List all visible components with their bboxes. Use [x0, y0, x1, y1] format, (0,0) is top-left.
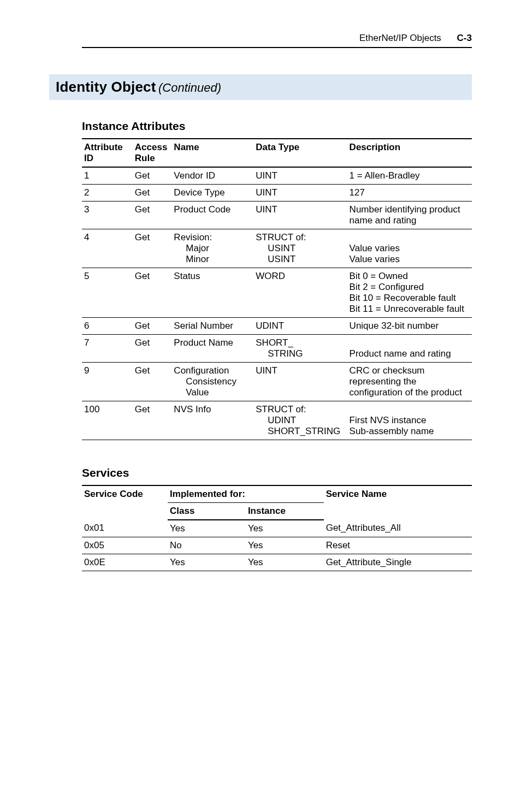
cell-access-rule: Get — [133, 167, 172, 185]
col-data-type: Data Type — [253, 139, 347, 167]
cell-attribute-id: 6 — [82, 318, 133, 335]
cell-description: Number identifying product name and rati… — [347, 201, 472, 229]
cell-attribute-id: 9 — [82, 363, 133, 401]
col-service-code: Service Code — [82, 485, 168, 520]
cell-name: Revision:MajorMinor — [171, 229, 253, 268]
cell-class: No — [168, 537, 246, 554]
cell-data-type: UDINT — [253, 318, 347, 335]
col-implemented-for: Implemented for: — [168, 485, 324, 503]
table-row: 1GetVendor IDUINT1 = Allen-Bradley — [82, 167, 472, 185]
cell-description: 1 = Allen-Bradley — [347, 167, 472, 185]
table-row: 0x01YesYesGet_Attributes_All — [82, 520, 472, 537]
cell-description: CRC or checksum representing the configu… — [347, 363, 472, 401]
cell-access-rule: Get — [133, 201, 172, 229]
services-heading: Services — [82, 466, 472, 479]
instance-attributes-table: Attribute ID Access Rule Name Data Type … — [82, 138, 472, 440]
table-row: 5GetStatusWORDBit 0 = OwnedBit 2 = Confi… — [82, 268, 472, 318]
cell-access-rule: Get — [133, 335, 172, 363]
section-title-continued: (Continued) — [158, 81, 221, 94]
cell-data-type: UINT — [253, 363, 347, 401]
cell-access-rule: Get — [133, 401, 172, 440]
table-row: 3GetProduct CodeUINTNumber identifying p… — [82, 201, 472, 229]
cell-service-code: 0x05 — [82, 537, 168, 554]
col-description: Description — [347, 139, 472, 167]
cell-data-type: SHORT_STRING — [253, 335, 347, 363]
cell-instance: Yes — [246, 537, 324, 554]
cell-data-type: UINT — [253, 185, 347, 201]
cell-access-rule: Get — [133, 185, 172, 201]
cell-description: Unique 32-bit number — [347, 318, 472, 335]
table-row: 6GetSerial NumberUDINTUnique 32-bit numb… — [82, 318, 472, 335]
cell-attribute-id: 100 — [82, 401, 133, 440]
cell-attribute-id: 5 — [82, 268, 133, 318]
cell-name: Status — [171, 268, 253, 318]
running-header: EtherNet/IP Objects C-3 — [82, 33, 472, 48]
section-title: Identity Object — [56, 79, 156, 95]
cell-data-type: STRUCT of:USINTUSINT — [253, 229, 347, 268]
table-row: 0x05NoYesReset — [82, 537, 472, 554]
cell-data-type: UINT — [253, 167, 347, 185]
table-row: 0x0EYesYesGet_Attribute_Single — [82, 554, 472, 571]
cell-service-name: Reset — [324, 537, 472, 554]
cell-service-name: Get_Attribute_Single — [324, 554, 472, 571]
section-title-bar: Identity Object (Continued) — [49, 74, 472, 100]
cell-description: First NVS instanceSub-assembly name — [347, 401, 472, 440]
cell-attribute-id: 1 — [82, 167, 133, 185]
header-page-number: C-3 — [457, 33, 472, 43]
cell-instance: Yes — [246, 520, 324, 537]
cell-class: Yes — [168, 554, 246, 571]
cell-attribute-id: 3 — [82, 201, 133, 229]
header-section: EtherNet/IP Objects — [359, 33, 441, 43]
cell-service-name: Get_Attributes_All — [324, 520, 472, 537]
cell-description: Bit 0 = OwnedBit 2 = ConfiguredBit 10 = … — [347, 268, 472, 318]
services-tbody: 0x01YesYesGet_Attributes_All0x05NoYesRes… — [82, 520, 472, 571]
cell-description: 127 — [347, 185, 472, 201]
instance-tbody: 1GetVendor IDUINT1 = Allen-Bradley2GetDe… — [82, 167, 472, 440]
cell-name: Product Code — [171, 201, 253, 229]
col-name: Name — [171, 139, 253, 167]
cell-name: Vendor ID — [171, 167, 253, 185]
cell-attribute-id: 4 — [82, 229, 133, 268]
table-row: 7GetProduct NameSHORT_STRING Product nam… — [82, 335, 472, 363]
cell-name: Serial Number — [171, 318, 253, 335]
cell-access-rule: Get — [133, 363, 172, 401]
cell-access-rule: Get — [133, 318, 172, 335]
cell-attribute-id: 7 — [82, 335, 133, 363]
cell-access-rule: Get — [133, 268, 172, 318]
cell-access-rule: Get — [133, 229, 172, 268]
cell-class: Yes — [168, 520, 246, 537]
cell-data-type: UINT — [253, 201, 347, 229]
col-service-name: Service Name — [324, 485, 472, 520]
cell-name: Product Name — [171, 335, 253, 363]
cell-service-code: 0x01 — [82, 520, 168, 537]
cell-name: Device Type — [171, 185, 253, 201]
col-access-rule: Access Rule — [133, 139, 172, 167]
cell-data-type: STRUCT of:UDINTSHORT_STRING — [253, 401, 347, 440]
table-row: 9GetConfigurationConsistencyValueUINTCRC… — [82, 363, 472, 401]
cell-service-code: 0x0E — [82, 554, 168, 571]
table-row: 4GetRevision:MajorMinorSTRUCT of:USINTUS… — [82, 229, 472, 268]
col-instance: Instance — [246, 503, 324, 520]
cell-data-type: WORD — [253, 268, 347, 318]
cell-name: NVS Info — [171, 401, 253, 440]
cell-attribute-id: 2 — [82, 185, 133, 201]
table-row: 100GetNVS InfoSTRUCT of:UDINTSHORT_STRIN… — [82, 401, 472, 440]
cell-description: Value variesValue varies — [347, 229, 472, 268]
cell-name: ConfigurationConsistencyValue — [171, 363, 253, 401]
instance-attributes-heading: Instance Attributes — [82, 120, 472, 133]
services-table: Service Code Implemented for: Service Na… — [82, 485, 472, 571]
col-attribute-id: Attribute ID — [82, 139, 133, 167]
cell-instance: Yes — [246, 554, 324, 571]
col-class: Class — [168, 503, 246, 520]
table-row: 2GetDevice TypeUINT127 — [82, 185, 472, 201]
cell-description: Product name and rating — [347, 335, 472, 363]
